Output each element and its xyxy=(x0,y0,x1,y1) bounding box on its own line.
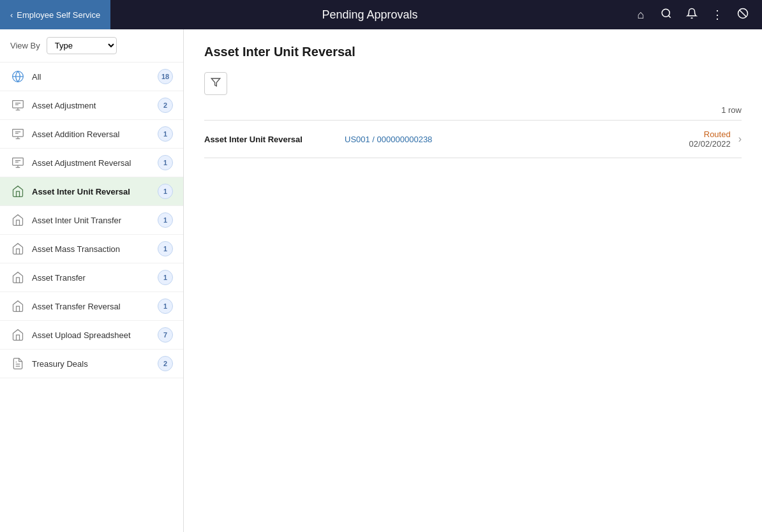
sidebar-item-asset-addition-reversal[interactable]: Asset Addition Reversal 1 xyxy=(0,120,183,149)
no-access-icon-button[interactable] xyxy=(731,3,754,26)
home-icon-button[interactable]: ⌂ xyxy=(629,3,652,26)
sidebar-item-asset-transfer-reversal-label: Asset Transfer Reversal xyxy=(32,302,151,311)
sidebar-item-asset-adjustment-reversal-label: Asset Adjustment Reversal xyxy=(32,158,151,168)
sidebar-item-asset-inter-unit-reversal-label: Asset Inter Unit Reversal xyxy=(32,187,151,196)
circle-slash-icon xyxy=(737,8,749,22)
svg-marker-24 xyxy=(211,78,220,86)
asset-mass-transaction-icon xyxy=(10,241,26,256)
more-options-button[interactable]: ⋮ xyxy=(706,3,729,26)
asset-adjustment-icon xyxy=(10,98,26,113)
record-type: Asset Inter Unit Reversal xyxy=(204,135,345,144)
view-by-label: View By xyxy=(10,41,40,50)
asset-transfer-icon xyxy=(10,270,26,285)
filter-button[interactable] xyxy=(204,72,227,95)
sidebar-item-asset-transfer-reversal[interactable]: Asset Transfer Reversal 1 xyxy=(0,292,183,321)
sidebar-item-all-label: All xyxy=(32,72,151,82)
top-bar-icons: ⌂ ⋮ xyxy=(629,3,762,26)
record-status-area: Routed 02/02/2022 xyxy=(689,129,731,149)
sidebar-item-asset-mass-transaction-label: Asset Mass Transaction xyxy=(32,244,151,254)
sidebar-item-asset-inter-unit-transfer-badge: 1 xyxy=(158,212,173,228)
sidebar-item-asset-transfer-badge: 1 xyxy=(158,270,173,285)
sidebar-item-asset-inter-unit-transfer-label: Asset Inter Unit Transfer xyxy=(32,216,151,225)
asset-adjustment-reversal-icon xyxy=(10,155,26,170)
sidebar-item-treasury-deals[interactable]: Treasury Deals 2 xyxy=(0,350,183,378)
record-date: 02/02/2022 xyxy=(689,139,731,149)
view-by-select[interactable]: Type Date Priority xyxy=(47,37,117,54)
sidebar-item-asset-transfer-reversal-badge: 1 xyxy=(158,299,173,314)
asset-addition-reversal-icon xyxy=(10,126,26,142)
sidebar-item-asset-mass-transaction[interactable]: Asset Mass Transaction 1 xyxy=(0,235,183,263)
svg-line-3 xyxy=(740,10,747,17)
content-area: Asset Inter Unit Reversal 1 row Asset In… xyxy=(184,29,762,532)
sidebar-item-all-badge: 18 xyxy=(158,69,173,84)
table-row[interactable]: Asset Inter Unit Reversal US001 / 000000… xyxy=(204,120,742,158)
search-icon-button[interactable] xyxy=(655,3,678,26)
search-icon xyxy=(661,8,672,22)
svg-rect-16 xyxy=(13,158,24,166)
bell-icon xyxy=(686,8,698,22)
svg-line-1 xyxy=(668,15,670,17)
sidebar-item-asset-addition-reversal-badge: 1 xyxy=(158,126,173,142)
chevron-right-icon: › xyxy=(738,133,742,145)
filter-bar xyxy=(204,72,742,95)
sidebar-item-asset-adjustment-label: Asset Adjustment xyxy=(32,101,151,110)
globe-icon xyxy=(10,69,26,84)
sidebar-item-asset-inter-unit-transfer[interactable]: Asset Inter Unit Transfer 1 xyxy=(0,206,183,235)
row-count: 1 row xyxy=(204,105,742,115)
sidebar-item-treasury-deals-badge: 2 xyxy=(158,356,173,371)
asset-transfer-reversal-icon xyxy=(10,299,26,314)
record-status: Routed xyxy=(689,129,731,139)
treasury-deals-icon xyxy=(10,356,26,371)
more-icon: ⋮ xyxy=(712,8,723,22)
back-label: Employee Self Service xyxy=(17,10,100,20)
back-button[interactable]: ‹ Employee Self Service xyxy=(0,0,110,29)
top-bar: ‹ Employee Self Service Pending Approval… xyxy=(0,0,762,29)
asset-inter-unit-reversal-icon xyxy=(10,184,26,199)
main-layout: View By Type Date Priority All 18 Asset … xyxy=(0,29,762,532)
svg-rect-11 xyxy=(13,129,24,137)
sidebar-item-asset-transfer-label: Asset Transfer xyxy=(32,273,151,283)
bell-icon-button[interactable] xyxy=(680,3,703,26)
svg-point-0 xyxy=(662,9,669,17)
record-id[interactable]: US001 / 000000000238 xyxy=(345,135,689,144)
sidebar-item-asset-transfer[interactable]: Asset Transfer 1 xyxy=(0,263,183,292)
asset-upload-spreadsheet-icon xyxy=(10,327,26,343)
sidebar-item-asset-addition-reversal-label: Asset Addition Reversal xyxy=(32,129,151,139)
svg-rect-6 xyxy=(13,101,24,108)
back-chevron-icon: ‹ xyxy=(10,10,13,20)
sidebar-item-all[interactable]: All 18 xyxy=(0,63,183,91)
sidebar-item-asset-inter-unit-reversal[interactable]: Asset Inter Unit Reversal 1 xyxy=(0,177,183,206)
sidebar-item-asset-adjustment[interactable]: Asset Adjustment 2 xyxy=(0,91,183,120)
sidebar-item-asset-adjustment-reversal-badge: 1 xyxy=(158,155,173,170)
sidebar-item-treasury-deals-label: Treasury Deals xyxy=(32,359,151,369)
sidebar-item-asset-upload-spreadsheet-badge: 7 xyxy=(158,327,173,343)
sidebar: View By Type Date Priority All 18 Asset … xyxy=(0,29,184,532)
sidebar-item-asset-inter-unit-reversal-badge: 1 xyxy=(158,184,173,199)
sidebar-item-asset-adjustment-badge: 2 xyxy=(158,98,173,113)
asset-inter-unit-transfer-icon xyxy=(10,212,26,228)
sidebar-item-asset-adjustment-reversal[interactable]: Asset Adjustment Reversal 1 xyxy=(0,149,183,177)
content-title: Asset Inter Unit Reversal xyxy=(204,45,742,59)
sidebar-item-asset-upload-spreadsheet[interactable]: Asset Upload Spreadsheet 7 xyxy=(0,321,183,350)
filter-icon xyxy=(211,77,221,90)
sidebar-item-asset-mass-transaction-badge: 1 xyxy=(158,241,173,256)
sidebar-item-asset-upload-spreadsheet-label: Asset Upload Spreadsheet xyxy=(32,330,151,340)
home-icon: ⌂ xyxy=(638,8,645,22)
view-by-row: View By Type Date Priority xyxy=(0,29,183,63)
page-title: Pending Approvals xyxy=(110,8,629,22)
